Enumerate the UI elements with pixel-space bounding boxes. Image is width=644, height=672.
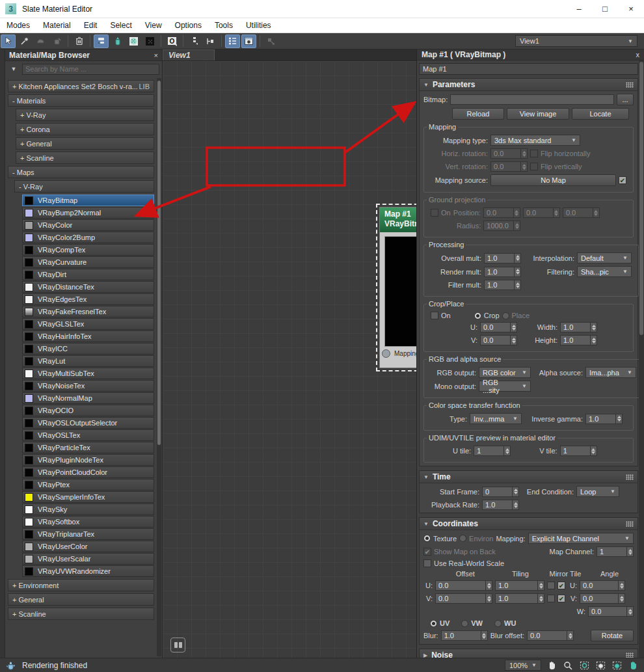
browser-scrollbar[interactable] <box>157 78 161 656</box>
flip-horizontally-checkbox[interactable] <box>530 150 538 157</box>
vraybitmap-node[interactable]: Map #1 VRayBitmap − Mapping source <box>379 207 416 368</box>
browser-group[interactable]: + Scanline <box>16 152 154 164</box>
overall-mult-spinner[interactable]: 1.0 <box>484 253 521 263</box>
v-angle-spinner[interactable]: 0.0 <box>580 593 625 604</box>
u-angle-spinner[interactable]: 0.0 <box>580 580 625 591</box>
delete-icon[interactable] <box>72 34 87 48</box>
material-map-browser-toggle-icon[interactable] <box>225 34 240 48</box>
show-background-icon[interactable] <box>142 34 157 48</box>
vw-radio[interactable] <box>461 620 468 627</box>
mapping-source-checkbox[interactable]: ✔ <box>619 176 626 184</box>
u-tiling-spinner[interactable]: 1.0 <box>495 580 544 591</box>
list-item[interactable]: VRayUserScalar <box>22 553 154 565</box>
bitmap-path-input[interactable] <box>450 94 614 105</box>
menu-item[interactable]: View <box>139 18 168 33</box>
view-selector-dropdown[interactable]: View1 ▼ <box>515 35 637 47</box>
list-item[interactable]: VRaySamplerInfoTex <box>22 491 154 503</box>
list-item[interactable]: VRayUVWRandomizer <box>22 565 154 577</box>
select-tool-icon[interactable] <box>1 34 16 48</box>
crop-u-spinner[interactable]: 0.0 <box>480 322 517 332</box>
pan-to-selected-icon[interactable] <box>627 660 639 671</box>
browser-group[interactable]: + V-Ray <box>16 109 154 121</box>
list-item[interactable]: VRayHairInfoTex <box>22 330 154 342</box>
group-materials[interactable]: - Materials <box>8 94 154 107</box>
noise-rollout-header[interactable]: ▶ Noise <box>420 649 637 658</box>
minimize-button[interactable]: – <box>566 1 592 18</box>
filter-mult-spinner[interactable]: 1.0 <box>484 280 521 290</box>
crop-radio[interactable] <box>474 312 481 319</box>
coord-mapping-dropdown[interactable]: Explicit Map Channel▼ <box>528 533 634 544</box>
blur-offset-spinner[interactable]: 0.0 <box>527 630 574 641</box>
uv-radio[interactable] <box>430 620 437 627</box>
inspector-scrollbar[interactable] <box>639 60 644 658</box>
ground-pos-x-spinner[interactable]: 0.0 <box>483 208 520 218</box>
list-item[interactable]: VRayParticleTex <box>22 442 154 453</box>
menu-item[interactable]: Tools <box>208 18 239 33</box>
list-item[interactable]: VRayOSLTex <box>22 429 154 441</box>
v-tile-spinner[interactable]: 1 <box>560 446 597 456</box>
map-channel-spinner[interactable]: 1 <box>597 546 634 557</box>
list-item[interactable]: VRayDistanceTex <box>22 281 154 293</box>
node-input-slot[interactable]: Mapping source <box>380 347 416 360</box>
browser-group[interactable]: + Corona <box>16 123 154 135</box>
flip-vertically-checkbox[interactable] <box>530 163 538 170</box>
browse-button[interactable]: ... <box>617 94 634 105</box>
u-offset-spinner[interactable]: 0.0 <box>435 580 492 591</box>
search-options-icon[interactable]: ▼ <box>8 64 20 74</box>
time-rollout-header[interactable]: ▼ Time <box>420 471 637 483</box>
zoom-level-dropdown[interactable]: 100% ▼ <box>505 660 541 671</box>
list-item[interactable]: VRayNoiseTex <box>22 380 154 392</box>
zoom-extents-icon[interactable] <box>595 660 606 671</box>
select-by-material-icon[interactable] <box>263 34 278 48</box>
drag-grip-icon[interactable] <box>626 82 634 88</box>
crop-width-spinner[interactable]: 1.0 <box>560 322 597 332</box>
list-item[interactable]: VRayUserColor <box>22 541 154 552</box>
ground-pos-y-spinner[interactable]: 0.0 <box>523 208 560 218</box>
locate-button[interactable]: Locate <box>572 108 629 120</box>
ground-on-checkbox[interactable] <box>431 209 438 217</box>
u-tile-spinner[interactable]: 1 <box>474 446 511 456</box>
browser-group[interactable]: + Scanline <box>8 608 154 620</box>
list-item[interactable]: VRayBump2Normal <box>22 207 154 219</box>
menu-item[interactable]: Material <box>36 18 77 33</box>
hide-unused-nodeslots-icon[interactable] <box>110 34 125 48</box>
wu-radio[interactable] <box>494 620 502 627</box>
parameter-editor-toggle-icon[interactable] <box>241 34 256 48</box>
list-item[interactable]: VRayNormalMap <box>22 392 154 404</box>
vert-rotation-spinner[interactable]: 0.0 <box>490 161 528 172</box>
close-icon[interactable]: x <box>636 51 640 59</box>
list-item[interactable]: VRayFakeFresnelTex <box>22 306 154 317</box>
menu-item[interactable]: Select <box>103 18 138 33</box>
place-radio[interactable] <box>502 312 509 319</box>
maximize-button[interactable]: □ <box>592 1 618 18</box>
interpolation-dropdown[interactable]: Default▼ <box>577 252 632 263</box>
u-tile-checkbox[interactable]: ✔ <box>557 582 565 589</box>
list-item[interactable]: VRayBitmap <box>22 195 154 206</box>
list-item[interactable]: VRayGLSLTex <box>22 318 154 330</box>
v-tile-checkbox[interactable]: ✔ <box>557 595 565 602</box>
pick-material-icon[interactable] <box>17 34 32 48</box>
put-to-scene-icon[interactable] <box>49 34 64 48</box>
environ-radio[interactable] <box>459 535 466 542</box>
zoom-extents-selected-icon[interactable] <box>611 660 623 671</box>
input-socket-icon[interactable] <box>382 349 390 358</box>
reload-button[interactable]: Reload <box>452 108 504 120</box>
crop-on-checkbox[interactable] <box>431 312 438 319</box>
list-item[interactable]: VRayLut <box>22 355 154 367</box>
list-item[interactable]: VRayPluginNodeTex <box>22 454 154 466</box>
close-icon[interactable]: × <box>154 51 158 59</box>
crop-height-spinner[interactable]: 1.0 <box>560 335 597 345</box>
library-row[interactable]: + Kitchen Appliances Set2 Bosch v-ra... … <box>8 80 154 92</box>
list-item[interactable]: VRayColor <box>22 219 154 231</box>
group-maps[interactable]: - Maps <box>8 166 154 178</box>
drag-grip-icon[interactable] <box>626 652 634 658</box>
render-mult-spinner[interactable]: 1.0 <box>484 267 521 277</box>
end-condition-dropdown[interactable]: Loop▼ <box>576 486 619 497</box>
list-item[interactable]: VRayPointCloudColor <box>22 466 154 478</box>
zoom-region-icon[interactable] <box>578 660 590 671</box>
list-item[interactable]: VRayEdgesTex <box>22 293 154 305</box>
list-item[interactable]: VRaySoftbox <box>22 516 154 528</box>
playback-rate-spinner[interactable]: 1.0 <box>482 500 519 510</box>
texture-radio[interactable] <box>423 535 431 542</box>
mono-output-dropdown[interactable]: RGB ...sity▼ <box>479 381 531 392</box>
